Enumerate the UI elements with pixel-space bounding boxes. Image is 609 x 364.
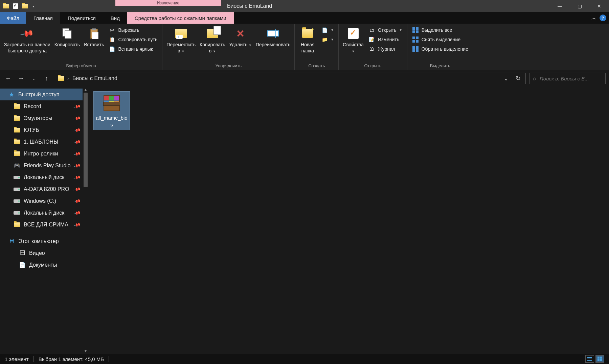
ribbon-group-open-label: Открыть <box>339 61 407 70</box>
new-folder-button[interactable]: Новая папка <box>297 25 318 54</box>
properties-icon <box>347 27 360 40</box>
pin-quick-access-button[interactable]: 📌 Закрепить на панели быстрого доступа <box>2 25 52 54</box>
file-menu[interactable]: Файл <box>0 12 26 24</box>
scroll-up-icon[interactable]: ▲ <box>83 87 89 93</box>
move-to-icon <box>175 27 187 40</box>
pin-icon: 📌 <box>73 126 81 134</box>
paste-shortcut-icon: 📄 <box>109 46 116 52</box>
deselect-button[interactable]: Снять выделение <box>410 35 470 44</box>
pin-icon: 📌 <box>73 102 81 110</box>
star-icon: ★ <box>8 91 15 98</box>
qat-properties-icon[interactable] <box>12 3 19 9</box>
deselect-icon <box>412 36 419 43</box>
status-separator <box>109 356 109 362</box>
search-input[interactable] <box>540 76 602 81</box>
ribbon: 📌 Закрепить на панели быстрого доступа К… <box>0 24 609 70</box>
paste-shortcut-button[interactable]: 📄 Вставить ярлык <box>107 45 160 53</box>
pc-icon: 🖥 <box>8 238 15 245</box>
delete-button[interactable]: ✕ Удалить ▼ <box>227 25 253 49</box>
tab-view[interactable]: Вид <box>103 12 127 24</box>
close-button[interactable]: ✕ <box>589 0 609 12</box>
qat-newfolder-icon[interactable] <box>22 3 28 9</box>
forward-button[interactable]: → <box>16 74 26 83</box>
cut-button[interactable]: ✂ Вырезать <box>107 26 160 34</box>
ribbon-group-open: Свойства▼ 🗂Открыть ▼ 📝Изменить 🕮Журнал О… <box>339 24 407 70</box>
sidebar-item-emulators[interactable]: Эмуляторы📌 <box>0 112 83 124</box>
collapse-ribbon-icon[interactable]: ︿ <box>591 15 597 22</box>
app-icon <box>3 3 9 9</box>
sidebar-this-pc[interactable]: 🖥Этот компьютер <box>0 235 83 247</box>
invert-selection-button[interactable]: Обратить выделение <box>410 45 470 53</box>
pin-icon: 📌 <box>73 173 81 181</box>
tab-compressed-tools[interactable]: Средства работы со сжатыми папками <box>127 12 234 24</box>
sidebar-item-documents[interactable]: 📄Документы <box>0 259 83 271</box>
sidebar-scrollbar[interactable]: ▲ ▼ <box>83 87 89 354</box>
copy-to-button[interactable]: Копировать в ▼ <box>198 25 227 54</box>
address-bar[interactable]: › Биосы с EmuLand ⌄ ↻ <box>55 73 526 84</box>
status-selection: Выбран 1 элемент: 45,0 МБ <box>39 356 104 362</box>
properties-button[interactable]: Свойства▼ <box>341 25 365 54</box>
recent-locations-button[interactable]: ⌄ <box>29 74 39 83</box>
edit-icon: 📝 <box>368 36 375 43</box>
copy-icon <box>61 27 73 40</box>
ribbon-group-select-label: Выделить <box>407 61 473 70</box>
sidebar-item-friends-play[interactable]: 🎮Friends Play Studio📌 <box>0 160 83 171</box>
drive-icon <box>14 198 20 204</box>
sidebar-item-stream[interactable]: ВСЁ ДЛЯ СРИМА📌 <box>0 219 83 230</box>
file-name-label: all_mame_bios <box>96 115 128 128</box>
scroll-thumb[interactable] <box>84 93 88 187</box>
refresh-button[interactable]: ↻ <box>514 75 523 82</box>
history-button[interactable]: 🕮Журнал <box>366 45 404 53</box>
contextual-tab-header: Извлечение <box>115 0 221 12</box>
breadcrumb-current[interactable]: Биосы с EmuLand <box>72 75 117 81</box>
pin-icon: 📌 <box>73 185 81 193</box>
maximize-button[interactable]: ▢ <box>570 0 589 12</box>
edit-button[interactable]: 📝Изменить <box>366 35 404 44</box>
view-icons-button[interactable] <box>595 355 604 363</box>
copy-path-icon: 📋 <box>109 36 116 43</box>
copy-path-button[interactable]: 📋 Скопировать путь <box>107 35 160 44</box>
file-item-all-mame-bios[interactable]: all_mame_bios <box>93 91 130 130</box>
sidebar-item-windows-c[interactable]: Windows (C:)📌 <box>0 195 83 207</box>
ribbon-group-create: Новая папка 📄▼ 📁▼ Создать <box>295 24 339 70</box>
new-item-button[interactable]: 📄▼ <box>319 26 336 34</box>
copy-button[interactable]: Копировать <box>52 25 82 49</box>
move-to-button[interactable]: Переместить в ▼ <box>164 25 198 54</box>
titlebar: ▾ Извлечение Биосы с EmuLand — ▢ ✕ <box>0 0 609 12</box>
easy-access-button[interactable]: 📁▼ <box>319 35 336 44</box>
minimize-button[interactable]: — <box>550 0 570 12</box>
sidebar-item-templates[interactable]: 1. ШАБЛОНЫ📌 <box>0 136 83 148</box>
rename-button[interactable]: Переименовать <box>254 25 293 49</box>
file-list[interactable]: all_mame_bios <box>89 87 609 354</box>
view-details-button[interactable] <box>585 355 594 363</box>
sidebar-item-youtube[interactable]: ЮТУБ📌 <box>0 124 83 136</box>
sidebar-item-local-disk-1[interactable]: Локальный диск📌 <box>0 171 83 183</box>
tab-home[interactable]: Главная <box>26 12 60 24</box>
open-icon: 🗂 <box>368 27 375 33</box>
open-button[interactable]: 🗂Открыть ▼ <box>366 26 404 34</box>
select-all-button[interactable]: Выделить все <box>410 26 470 34</box>
pin-icon: 📌 <box>73 162 81 169</box>
svg-rect-1 <box>65 31 71 39</box>
back-button[interactable]: ← <box>3 74 13 83</box>
easy-access-icon: 📁 <box>321 36 328 43</box>
sidebar-item-record[interactable]: Record📌 <box>0 100 83 112</box>
sidebar-quick-access[interactable]: ★ Быстрый доступ <box>0 89 83 100</box>
scroll-down-icon[interactable]: ▼ <box>83 348 89 354</box>
quick-access-toolbar: ▾ <box>0 0 38 12</box>
ribbon-group-organize-label: Упорядочить <box>162 61 294 70</box>
folder-icon <box>14 139 20 145</box>
sidebar-item-adata[interactable]: A-DATA 8200 PRO📌 <box>0 183 83 195</box>
sidebar-item-videos[interactable]: 🎞Видео <box>0 247 83 259</box>
tab-share[interactable]: Поделиться <box>60 12 103 24</box>
sidebar-item-intro[interactable]: Интро ролики📌 <box>0 148 83 160</box>
paste-button[interactable]: Вставить <box>82 25 106 49</box>
pin-icon: 📌 <box>20 26 35 41</box>
sidebar-item-local-disk-2[interactable]: Локальный диск📌 <box>0 207 83 219</box>
search-box[interactable]: ⌕ <box>529 73 606 84</box>
address-dropdown[interactable]: ⌄ <box>502 75 510 82</box>
qat-dropdown[interactable]: ▾ <box>31 4 36 8</box>
invert-selection-icon <box>412 46 419 52</box>
up-button[interactable]: ↑ <box>42 74 51 83</box>
help-icon[interactable]: ? <box>600 15 606 21</box>
